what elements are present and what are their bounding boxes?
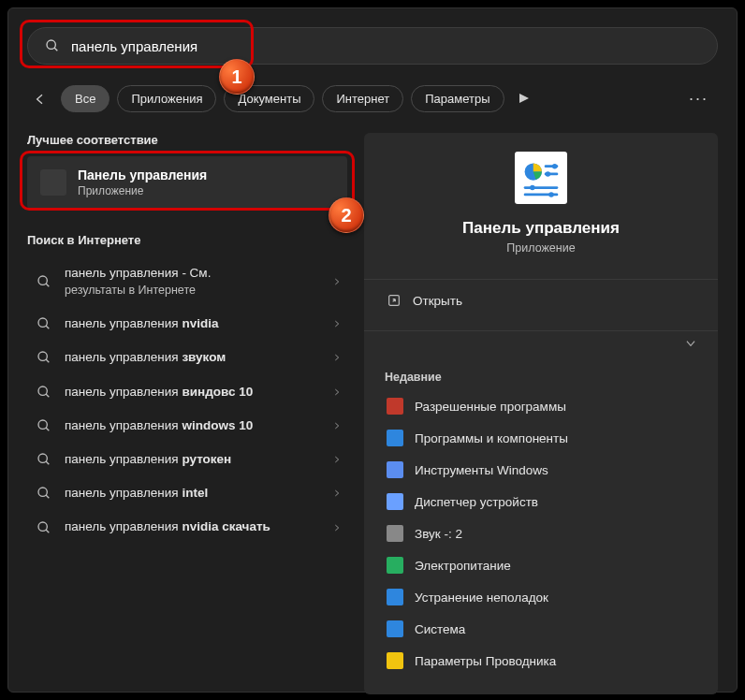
chevron-right-icon (332, 523, 342, 532)
svg-line-8 (46, 359, 49, 362)
tab-интернет[interactable]: Интернет (322, 85, 403, 112)
recent-item-icon (387, 557, 403, 574)
recent-item-label: Программы и компоненты (415, 431, 568, 445)
search-icon (37, 520, 51, 535)
svg-point-9 (38, 386, 47, 395)
web-result-text: панель управления nvidia скачать (65, 518, 319, 535)
chevron-right-icon (332, 455, 342, 464)
web-result-text: панель управления рутокен (65, 451, 319, 468)
recent-item-label: Устранение неполадок (415, 591, 548, 605)
web-search-result[interactable]: панель управления виндовс 10 (27, 375, 347, 409)
more-filters-icon[interactable] (512, 89, 536, 109)
recent-item[interactable]: Инструменты Windows (385, 455, 697, 485)
chevron-right-icon (332, 489, 342, 498)
svg-line-16 (46, 495, 49, 498)
web-result-text: панель управления nvidia (65, 315, 319, 332)
svg-point-23 (546, 171, 551, 177)
svg-point-3 (38, 276, 47, 284)
search-icon (37, 418, 51, 433)
svg-point-17 (38, 522, 47, 531)
svg-point-0 (47, 40, 55, 49)
svg-line-18 (46, 530, 49, 532)
recent-item-icon (387, 398, 403, 415)
chevron-right-icon (332, 319, 342, 328)
recent-item-icon (387, 525, 403, 542)
recent-item-label: Разрешенные программы (415, 400, 566, 414)
recent-item[interactable]: Устранение неполадок (385, 582, 697, 612)
svg-point-15 (38, 488, 47, 496)
web-search-heading: Поиск в Интернете (27, 233, 347, 247)
recent-item[interactable]: Электропитание (385, 550, 697, 580)
annotation-badge-2: 2 (329, 197, 364, 233)
svg-line-12 (46, 428, 49, 430)
recent-item-icon (387, 620, 403, 637)
svg-point-25 (530, 185, 535, 191)
filter-tabs: ВсеПриложенияДокументыИнтернетПараметры … (27, 85, 718, 112)
back-button[interactable] (27, 86, 53, 112)
web-result-text: панель управления звуком (65, 349, 319, 366)
svg-point-21 (552, 164, 558, 169)
recent-item-icon (387, 430, 403, 446)
svg-point-7 (38, 352, 47, 360)
chevron-right-icon (332, 353, 342, 362)
recent-item-label: Инструменты Windows (415, 463, 548, 477)
web-search-result[interactable]: панель управления windows 10 (27, 409, 347, 443)
tab-приложения[interactable]: Приложения (117, 85, 216, 112)
more-options-button[interactable]: ··· (679, 85, 718, 112)
search-icon (37, 274, 51, 289)
recent-item[interactable]: Система (385, 614, 697, 644)
web-search-result[interactable]: панель управления звуком (27, 341, 347, 374)
svg-line-10 (46, 394, 49, 397)
svg-line-6 (46, 326, 49, 328)
svg-point-11 (38, 420, 47, 429)
search-window: 1 ВсеПриложенияДокументыИнтернетПараметр… (7, 7, 738, 693)
recent-item-label: Звук -: 2 (415, 527, 462, 541)
recent-item[interactable]: Диспетчер устройств (385, 487, 697, 517)
recent-item[interactable]: Параметры Проводника (385, 646, 697, 676)
search-box[interactable] (27, 27, 718, 65)
search-icon (37, 452, 51, 467)
recent-item-label: Электропитание (415, 559, 511, 573)
detail-title: Панель управления (462, 219, 620, 238)
search-input[interactable] (71, 38, 700, 54)
recent-item-label: Диспетчер устройств (415, 495, 538, 509)
detail-subtitle: Приложение (506, 241, 575, 255)
recent-item-icon (387, 461, 403, 478)
recent-item-icon (387, 493, 403, 510)
open-action[interactable]: Открыть (385, 280, 697, 321)
svg-point-5 (38, 318, 47, 327)
svg-line-4 (46, 284, 49, 286)
svg-line-1 (54, 48, 57, 51)
web-search-result[interactable]: панель управления intel (27, 476, 347, 510)
chevron-right-icon (332, 277, 342, 286)
chevron-right-icon (332, 387, 342, 397)
best-match-heading: Лучшее соответствие (27, 133, 347, 147)
web-result-text: панель управления intel (65, 485, 319, 502)
recent-item-label: Система (415, 622, 465, 636)
web-search-result[interactable]: панель управления - См.результаты в Инте… (27, 256, 347, 307)
recent-item-icon (387, 589, 403, 605)
web-search-result[interactable]: панель управления nvidia (27, 307, 347, 341)
svg-marker-2 (519, 94, 529, 103)
recent-item[interactable]: Программы и компоненты (385, 423, 697, 453)
recent-item[interactable]: Звук -: 2 (385, 518, 697, 548)
web-search-result[interactable]: панель управления nvidia скачать (27, 510, 347, 544)
tab-все[interactable]: Все (61, 85, 110, 112)
recent-item[interactable]: Разрешенные программы (385, 391, 697, 421)
search-icon (37, 350, 51, 365)
svg-point-13 (38, 454, 47, 462)
tab-параметры[interactable]: Параметры (411, 85, 504, 112)
recent-heading: Недавние (385, 371, 697, 384)
open-icon (387, 293, 402, 308)
search-icon (45, 38, 60, 53)
svg-point-27 (548, 192, 554, 197)
svg-rect-24 (524, 186, 559, 189)
search-icon (37, 486, 51, 501)
web-result-text: панель управления windows 10 (65, 417, 319, 434)
open-label: Открыть (413, 294, 462, 308)
result-subtitle: Приложение (78, 184, 207, 197)
chevron-down-icon[interactable] (684, 337, 697, 350)
web-search-result[interactable]: панель управления рутокен (27, 443, 347, 476)
web-result-text: панель управления виндовс 10 (65, 384, 319, 401)
best-match-result[interactable]: Панель управления Приложение (27, 156, 347, 209)
